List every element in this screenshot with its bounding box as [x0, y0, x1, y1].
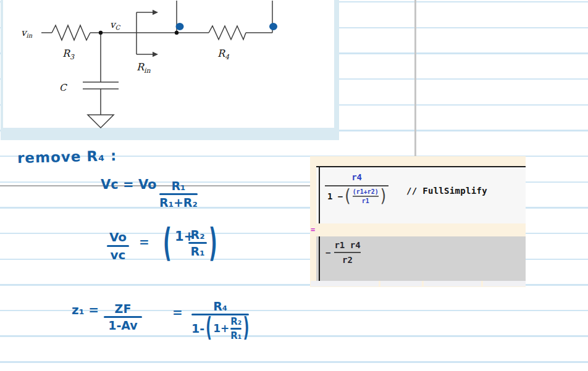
- output-denominator: r2: [342, 255, 353, 265]
- hw-eq2-lhs-den: vc: [111, 248, 126, 262]
- output-fraction: r1 r4 r2: [334, 240, 360, 265]
- label-c-text: C: [59, 82, 67, 93]
- mathematica-screenshot[interactable]: r4 1 − ( (r1+r2) r1 ) // FullSimplify = …: [310, 156, 526, 287]
- hw-eq1-lead: Vc = Vo: [101, 177, 156, 192]
- hw-eq2-rhs-num: R₂: [191, 228, 205, 241]
- hw-eq2-lhs-fraction: Vo vc: [107, 230, 129, 262]
- notebook-input-cell: r4 1 − ( (r1+r2) r1 ) // FullSimplify: [316, 166, 526, 223]
- output-cell-bracket: [319, 236, 320, 281]
- cell-assignment-marker: =: [311, 225, 315, 234]
- input-inner-num: (r1+r2): [353, 188, 379, 195]
- input-numerator: r4: [351, 172, 362, 182]
- hw-eq3-inner-fraction: R₂ R₁: [230, 316, 242, 341]
- hw-eq3-rhs-bar: [191, 314, 249, 315]
- circuit-diagram-image[interactable]: vin vC R3 Rin C R4: [1, 0, 339, 140]
- hw-eq3-mid-den: 1-Av: [108, 319, 138, 332]
- output-sign: −: [326, 248, 330, 257]
- hw-eq1-denominator: R₁+R₂: [159, 196, 198, 209]
- circuit-canvas: [3, 0, 334, 128]
- hw-eq3-mid-num: ZF: [115, 302, 132, 315]
- handwritten-dot-right: [269, 23, 277, 30]
- hw-eq1-bar: [159, 193, 198, 195]
- node-dot-vc: [99, 31, 103, 35]
- hw-eq3-lead: z₁ =: [72, 302, 99, 317]
- hw-eq3-rhs-num: R₄: [213, 299, 227, 313]
- input-denominator: 1 − ( (r1+r2) r1 ): [325, 186, 388, 204]
- input-open-paren: (: [345, 188, 350, 205]
- notebook-bottom-cell: [311, 281, 379, 286]
- page-margin-line: [414, 0, 416, 156]
- hw-eq3-inner-num: R₂: [230, 316, 242, 327]
- hw-eq3-mid-fraction: ZF 1-Av: [104, 302, 142, 332]
- input-inner-den: r1: [362, 198, 369, 204]
- input-close-paren: ): [380, 188, 386, 205]
- hw-eq3-open-paren: (: [206, 315, 212, 341]
- notebook-output-cell: − r1 r4 r2: [316, 236, 526, 281]
- notebook-bottom-cells: [311, 281, 526, 286]
- input-cell-bracket: [319, 167, 320, 223]
- output-numerator: r1 r4: [334, 240, 360, 250]
- node-dot-mid: [175, 31, 178, 35]
- hw-eq2-equals: =: [139, 235, 149, 249]
- hw-eq3-inner-den: R₁: [230, 330, 242, 341]
- hw-eq2-rhs-den: R₁: [191, 244, 205, 258]
- notebook-bottom-cell: [380, 281, 422, 286]
- hw-eq2-open-paren: (: [163, 223, 172, 262]
- hw-eq2-close-paren: ): [209, 223, 217, 262]
- handwritten-heading: remove R₄ :: [17, 148, 117, 166]
- output-expression: − r1 r4 r2: [326, 240, 361, 265]
- input-postfix-command: // FullSimplify: [406, 186, 487, 196]
- handwritten-dot-left: [176, 23, 184, 30]
- hw-eq3-rhs-fraction: R₄ 1- ( 1+ R₂ R₁ ): [191, 299, 249, 341]
- hw-eq3-inner-bar: [230, 328, 242, 330]
- notebook-bottom-cell: [483, 281, 526, 286]
- hw-eq1-fraction: R₁ R₁+R₂: [159, 179, 198, 209]
- hw-eq1-numerator: R₁: [171, 179, 185, 193]
- notebook-bottom-cell: [424, 281, 481, 286]
- hw-eq3-mid-bar: [104, 316, 142, 318]
- input-inner-fraction: (r1+r2) r1: [353, 188, 379, 204]
- hw-eq3-den-pre: 1-: [191, 322, 204, 335]
- input-inner-bar: [353, 196, 379, 197]
- hw-eq2-rhs-bar: [188, 242, 207, 244]
- hw-eq3-rhs-den: 1- ( 1+ R₂ R₁ ): [191, 316, 249, 341]
- input-den-prefix: 1 −: [327, 191, 343, 201]
- hw-eq3-den-body: 1+: [213, 322, 229, 335]
- hw-eq3-equals: =: [172, 305, 183, 320]
- hw-eq2-lhs-num: Vo: [109, 230, 127, 244]
- hw-eq3-close-paren: ): [243, 315, 249, 341]
- input-fraction: r4 1 − ( (r1+r2) r1 ): [325, 172, 388, 204]
- hw-eq2-rhs-fraction: R₂ R₁: [188, 228, 207, 258]
- output-fraction-bar: [334, 252, 360, 253]
- circuit-drawing: vin vC R3 Rin C R4: [1, 0, 339, 140]
- hw-eq2-lhs-bar: [107, 245, 129, 247]
